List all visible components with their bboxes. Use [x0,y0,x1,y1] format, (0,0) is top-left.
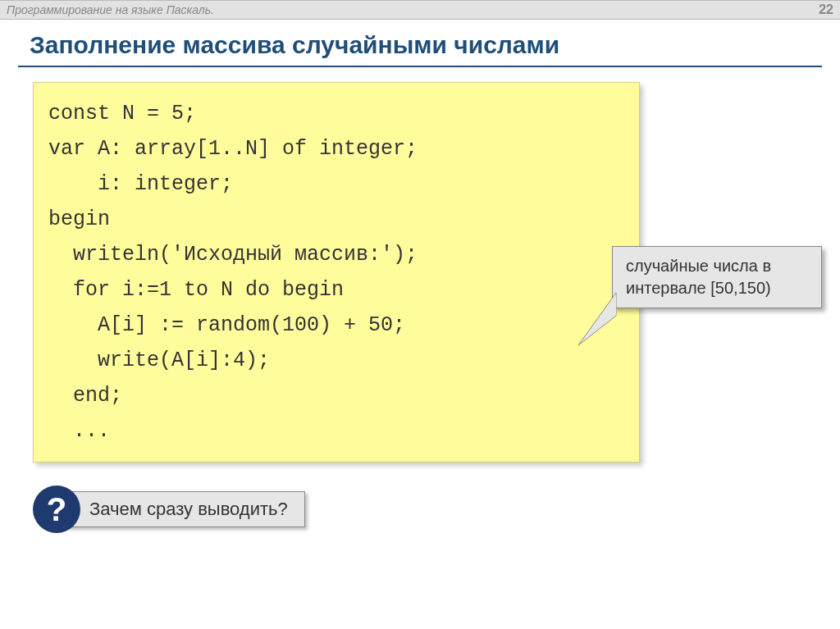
page-number: 22 [819,2,833,17]
code-line: end; [48,378,624,413]
slide-title: Заполнение массива случайными числами [0,20,840,66]
code-line: const N = 5; [48,96,624,131]
question-row: ? Зачем сразу выводить? [33,485,840,533]
code-line: for i:=1 to N do begin [48,272,624,308]
code-line: var A: array[1..N] of integer; [48,131,624,166]
callout-box: случайные числа в интервале [50,150) [612,246,822,308]
header-title: Программирование на языке Паскаль. [7,3,214,16]
header-bar: Программирование на языке Паскаль. 22 [0,0,840,20]
callout-tail-icon [577,291,618,349]
code-line: write(A[i]:4); [48,343,624,378]
code-line: begin [48,202,624,237]
callout-line: интервале [50,150) [626,277,808,299]
question-badge-icon: ? [33,485,80,533]
callout-line: случайные числа в [626,255,808,277]
code-line: A[i] := random(100) + 50; [48,308,624,343]
title-underline [18,66,822,67]
code-line: ... [48,413,624,449]
code-line: i: integer; [48,166,624,202]
code-line: writeln('Исходный массив:'); [48,237,624,272]
code-block: const N = 5; var A: array[1..N] of integ… [33,82,640,463]
question-text: Зачем сразу выводить? [66,491,305,527]
